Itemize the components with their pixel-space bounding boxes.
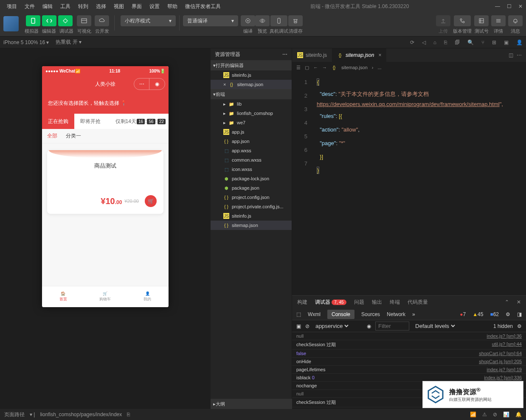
clear-icon[interactable]: ⊘ (305, 323, 309, 329)
arrow-left-icon[interactable]: ← (313, 65, 318, 70)
dbg-tab-terminal[interactable]: 终端 (390, 299, 400, 306)
crumb-file[interactable]: sitemap.json (341, 65, 368, 70)
warning-icon[interactable]: ⚠ (482, 412, 487, 417)
tree-item[interactable]: ⬚common.wxss (211, 155, 292, 165)
arrow-right-icon[interactable]: → (322, 65, 327, 70)
clear-button[interactable] (288, 15, 303, 26)
log-row[interactable]: checkSession 过期util.js? [sm]:44 (292, 340, 526, 350)
context-select[interactable]: appservice (314, 322, 350, 330)
product-card[interactable]: 商品测试 ¥10.00 ¥20.00 🛒 (47, 150, 163, 214)
hidden-count[interactable]: 1 hidden (493, 323, 513, 329)
split-icon[interactable]: ◫ (509, 52, 513, 58)
bookmark-icon[interactable]: ▢ (305, 65, 309, 70)
remote-button[interactable] (270, 15, 287, 26)
levels-select[interactable]: Default levels (413, 322, 456, 330)
home-icon[interactable]: ⌂ (433, 39, 436, 45)
tabbar-cart[interactable]: 🛒购物车 (84, 286, 126, 307)
preview-button[interactable] (255, 15, 270, 26)
copy-icon[interactable]: ⎘ (127, 412, 130, 417)
menu-interface[interactable]: 界面 (128, 1, 145, 12)
tree-item[interactable]: ⬢package.json (211, 183, 292, 193)
crumb-more[interactable]: ... (377, 65, 381, 70)
tab-network[interactable]: Network (387, 311, 405, 317)
log-row[interactable]: nullindex.js? [sm]:36 (292, 332, 526, 340)
editor-button[interactable] (42, 15, 56, 26)
visual-button[interactable] (77, 15, 91, 26)
inspect-icon[interactable]: ⬚ (296, 311, 301, 317)
tree-item[interactable]: ⬚app.wxss (211, 146, 292, 155)
tab-close-icon[interactable]: × (378, 52, 381, 58)
debugger-button[interactable] (58, 15, 73, 26)
tree-item[interactable]: ⬚icon.wxss (211, 165, 292, 174)
grid-icon[interactable]: ⊞ (492, 39, 496, 45)
tree-item[interactable]: JSapp.js (211, 127, 292, 137)
refresh-icon[interactable]: ⟳ (410, 39, 414, 45)
tree-item[interactable]: ▸ 📁we7 (211, 118, 292, 127)
simulator-button[interactable] (26, 15, 40, 26)
log-row[interactable]: falseshopCart.js? [sm]:64 (292, 350, 526, 358)
menu-goto[interactable]: 转到 (75, 1, 92, 12)
bell-icon[interactable]: 🔔 (515, 412, 522, 417)
error-icon[interactable]: ⊘ (493, 412, 497, 417)
dbg-tab-build[interactable]: 构建 (297, 299, 307, 306)
close-icon[interactable]: ✕ (518, 3, 523, 9)
back-icon[interactable]: ◁ (422, 39, 426, 45)
menu-edit[interactable]: 编辑 (39, 1, 56, 12)
dbg-tab-output[interactable]: 输出 (372, 299, 382, 306)
more-icon[interactable]: ⋯ (517, 52, 522, 58)
eye-icon[interactable]: ◉ (367, 323, 371, 329)
avatar[interactable] (3, 16, 19, 31)
minimize-icon[interactable]: — (495, 3, 500, 9)
tree-item[interactable]: { }project.private.config.js... (211, 202, 292, 211)
search-icon[interactable]: 🔍 (467, 39, 474, 45)
phone-banner[interactable]: 您还没有选择团长，轻触去选择 📍 (42, 92, 169, 114)
tab-buying[interactable]: 正在抢购 (42, 114, 74, 129)
detail-button[interactable] (491, 15, 506, 26)
capsule-close-icon[interactable]: ◉ (149, 78, 165, 90)
dbg-tab-problems[interactable]: 问题 (354, 299, 364, 306)
tab-sitemap[interactable]: {}sitemap.json× (332, 48, 386, 62)
menu-file[interactable]: 文件 (21, 1, 38, 12)
tree-item[interactable]: ⬢package-lock.json (211, 174, 292, 183)
version-button[interactable] (454, 15, 471, 26)
list-icon[interactable]: ☰ (296, 65, 301, 70)
outline-section[interactable]: ▸ 大纲 (211, 399, 292, 409)
log-row[interactable]: pageLifetimesindex.js? [sm]:19 (292, 366, 526, 374)
upload-button[interactable] (436, 15, 450, 26)
cat-all[interactable]: 全部 (47, 132, 57, 140)
test-button[interactable] (474, 15, 489, 26)
tree-item[interactable]: { }project.config.json (211, 193, 292, 202)
compile-select[interactable]: 普通编译▾ (183, 15, 238, 26)
open-sitemap[interactable]: ×{}sitemap.json (211, 80, 292, 89)
gear-icon[interactable]: ⚙ (506, 311, 510, 317)
tab-upcoming[interactable]: 即将开抢 (74, 114, 107, 129)
menu-settings[interactable]: 设置 (146, 1, 163, 12)
device-select[interactable]: iPhone 5 100% 16 ▾ (3, 39, 49, 45)
menu-wechat[interactable]: 微信开发者工具 (182, 1, 224, 12)
branch-icon[interactable]: ⑂ (481, 39, 484, 45)
more-icon[interactable]: ⋯ (282, 51, 287, 57)
tree-item[interactable]: JSsiteinfo.js (211, 211, 292, 221)
signal-icon[interactable]: 📶 (470, 412, 476, 417)
open-siteinfo[interactable]: JSsiteinfo.js (211, 70, 292, 80)
compile-button[interactable] (241, 15, 255, 26)
tabbar-home[interactable]: 🏠首页 (42, 286, 84, 307)
code-body[interactable]: { "desc": "关于本文件的更多信息，请参考文档 https://deve… (312, 73, 526, 295)
tree-item[interactable]: ▸ 📁lionfish_comshop (211, 109, 292, 118)
menu-select[interactable]: 选择 (93, 1, 110, 12)
dbg-tab-debugger[interactable]: 调试器 7, 45 (315, 299, 346, 306)
tree-item[interactable]: { }sitemap.json (211, 221, 292, 230)
hot-reload[interactable]: 热重载 开 ▾ (56, 39, 82, 46)
tabbar-mine[interactable]: 👤我的 (127, 286, 169, 307)
cat-1[interactable]: 分类一 (66, 132, 81, 140)
filter-input[interactable] (375, 322, 409, 330)
page-path[interactable]: lionfish_comshop/pages/index/index (40, 412, 122, 417)
code-editor[interactable]: 1234567 { "desc": "关于本文件的更多信息，请参考文档 http… (292, 73, 526, 295)
menu-project[interactable]: 项目 (3, 1, 20, 12)
perf-icon[interactable]: 📊 (503, 412, 509, 417)
gear-icon[interactable]: ⚙ (517, 323, 522, 329)
cloud-button[interactable] (95, 15, 109, 26)
mode-select[interactable]: 小程序模式▾ (121, 15, 176, 26)
buy-button[interactable]: 🛒 (145, 195, 157, 207)
chevron-up-icon[interactable]: ⌃ (505, 299, 509, 305)
